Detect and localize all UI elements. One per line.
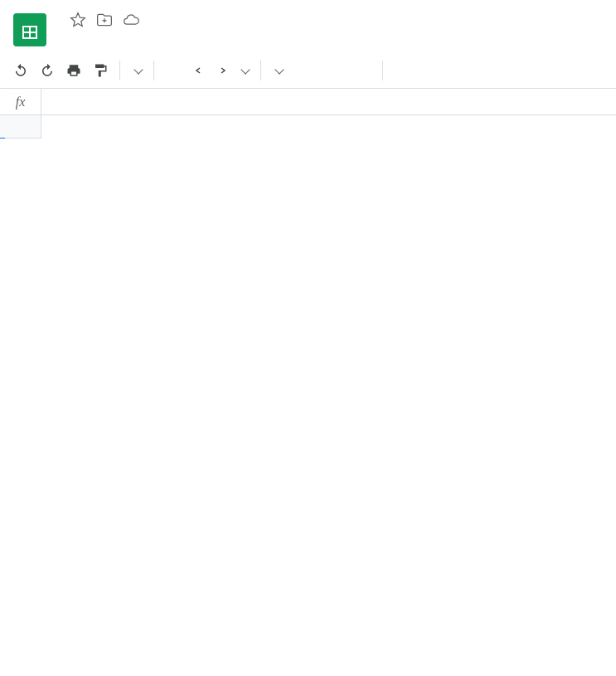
column-headers	[0, 115, 616, 139]
select-all-corner[interactable]	[0, 115, 41, 139]
menubar	[60, 30, 609, 36]
print-icon[interactable]	[61, 58, 86, 83]
title-area	[60, 7, 609, 53]
font-size-partial[interactable]	[390, 67, 400, 74]
percent-button[interactable]	[172, 67, 182, 74]
star-icon[interactable]	[70, 12, 86, 28]
redo-icon[interactable]	[35, 58, 60, 83]
fx-icon[interactable]: fx	[0, 89, 41, 114]
currency-button[interactable]	[161, 67, 171, 74]
move-folder-icon[interactable]	[96, 12, 113, 28]
undo-icon[interactable]	[8, 58, 33, 83]
increase-decimal-button[interactable]	[209, 63, 232, 78]
doc-title-row	[60, 7, 609, 30]
paint-format-icon[interactable]	[88, 58, 113, 83]
header	[0, 0, 616, 53]
formula-bar: fx	[0, 89, 616, 115]
sheets-logo[interactable]	[13, 13, 46, 46]
decrease-decimal-button[interactable]	[184, 63, 207, 78]
font-selector[interactable]	[268, 66, 376, 76]
cloud-status-icon[interactable]	[123, 12, 139, 28]
number-format-selector[interactable]	[234, 66, 254, 76]
toolbar	[0, 53, 616, 89]
zoom-selector[interactable]	[127, 66, 147, 76]
spreadsheet-grid[interactable]	[0, 115, 616, 139]
